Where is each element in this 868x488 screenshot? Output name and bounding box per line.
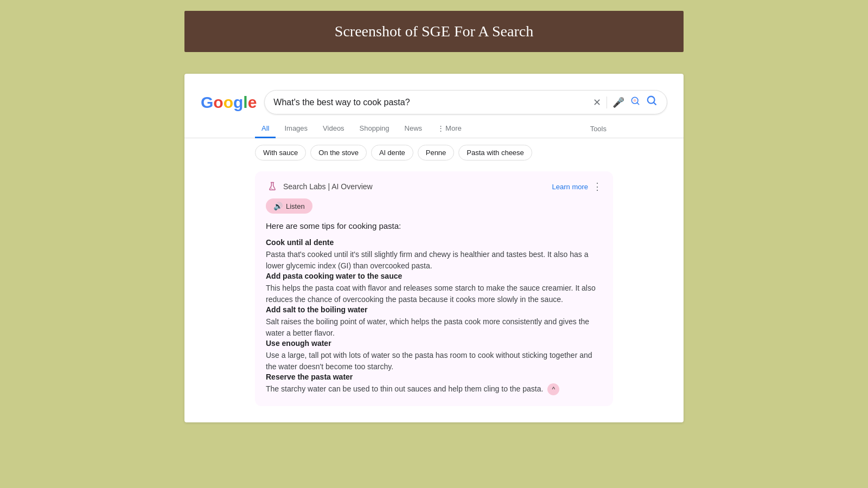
chip-pasta-with-cheese[interactable]: Pasta with cheese <box>458 145 532 160</box>
search-button[interactable] <box>646 95 658 110</box>
filter-chips: With sauce On the stove Al dente Penne P… <box>184 138 684 167</box>
ai-intro: Here are some tips for cooking pasta: <box>266 221 602 230</box>
divider <box>607 97 607 108</box>
tip-2-title: Add pasta cooking water to the sauce <box>266 272 602 280</box>
tip-5-desc: The starchy water can be used to thin ou… <box>266 383 602 395</box>
speaker-icon: 🔊 <box>273 202 283 210</box>
nav-tabs: All Images Videos Shopping News ⋮ More T… <box>184 114 684 138</box>
tip-2: Add pasta cooking water to the sauce Thi… <box>266 272 602 305</box>
search-input-wrapper: ✕ 🎤 <box>264 90 667 114</box>
microphone-icon[interactable]: 🎤 <box>612 97 624 108</box>
tab-videos[interactable]: Videos <box>316 120 351 138</box>
search-icons: ✕ 🎤 <box>593 95 658 110</box>
listen-button[interactable]: 🔊 Listen <box>266 198 312 214</box>
tip-1-title: Cook until al dente <box>266 238 602 247</box>
tab-images[interactable]: Images <box>278 120 314 138</box>
chip-al-dente[interactable]: Al dente <box>371 145 413 160</box>
learn-more-link[interactable]: Learn more <box>552 183 588 191</box>
header-banner: Screenshot of SGE For A Search <box>184 11 684 52</box>
tip-5: Reserve the pasta water The starchy wate… <box>266 373 602 395</box>
page-title: Screenshot of SGE For A Search <box>206 23 662 40</box>
lens-icon[interactable] <box>630 95 641 109</box>
tip-3-title: Add salt to the boiling water <box>266 305 602 314</box>
close-icon[interactable]: ✕ <box>593 97 601 108</box>
search-bar-row: Google ✕ 🎤 <box>184 85 684 114</box>
flask-icon <box>266 180 279 193</box>
ai-overview-section: Search Labs | AI Overview Learn more ⋮ 🔊… <box>255 171 613 406</box>
tab-news[interactable]: News <box>398 120 429 138</box>
chip-on-the-stove[interactable]: On the stove <box>310 145 367 160</box>
chip-penne[interactable]: Penne <box>418 145 455 160</box>
ai-overview-title: Search Labs | AI Overview <box>266 180 373 193</box>
tip-4-desc: Use a large, tall pot with lots of water… <box>266 350 602 373</box>
svg-point-4 <box>272 189 273 189</box>
ai-overview-header: Search Labs | AI Overview Learn more ⋮ <box>266 180 602 193</box>
tip-2-desc: This helps the pasta coat with flavor an… <box>266 282 602 305</box>
tip-5-title: Reserve the pasta water <box>266 373 602 381</box>
tab-more[interactable]: ⋮ More <box>431 120 468 138</box>
tip-3-desc: Salt raises the boiling point of water, … <box>266 316 602 339</box>
more-dots-icon: ⋮ <box>437 124 444 132</box>
tip-4: Use enough water Use a large, tall pot w… <box>266 339 602 373</box>
tab-shopping[interactable]: Shopping <box>353 120 396 138</box>
tip-1: Cook until al dente Pasta that's cooked … <box>266 238 602 272</box>
more-options-icon[interactable]: ⋮ <box>592 181 602 192</box>
tip-3: Add salt to the boiling water Salt raise… <box>266 305 602 339</box>
chip-with-sauce[interactable]: With sauce <box>255 145 306 160</box>
google-logo: Google <box>201 93 257 112</box>
ai-overview-actions: Learn more ⋮ <box>552 181 602 192</box>
svg-point-3 <box>271 188 272 189</box>
svg-point-1 <box>634 99 636 102</box>
tools-button[interactable]: Tools <box>584 120 613 137</box>
collapse-button[interactable]: ^ <box>547 383 559 395</box>
search-input[interactable] <box>273 98 589 107</box>
tab-all[interactable]: All <box>255 120 276 138</box>
tip-1-desc: Pasta that's cooked until it's still sli… <box>266 249 602 272</box>
tip-4-title: Use enough water <box>266 339 602 348</box>
google-panel: Google ✕ 🎤 <box>184 74 684 422</box>
